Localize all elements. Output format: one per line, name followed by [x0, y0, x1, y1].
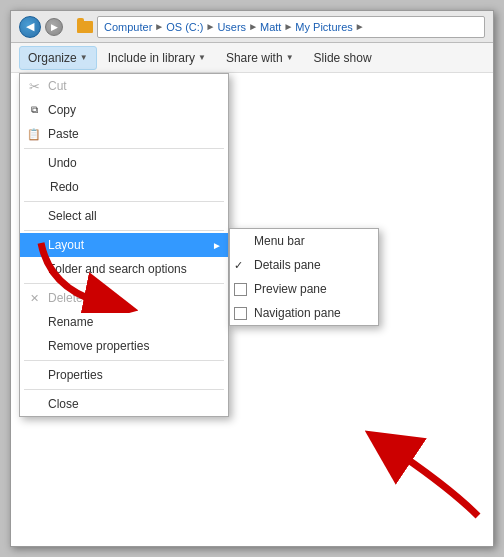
toolbar: Organize ▼ Include in library ▼ Share wi…	[11, 43, 493, 73]
menu-item-undo[interactable]: Undo	[20, 151, 228, 175]
menu-item-close[interactable]: Close	[20, 392, 228, 416]
organize-label: Organize	[28, 51, 77, 65]
copy-label: Copy	[48, 103, 76, 117]
right-red-arrow	[358, 426, 488, 526]
include-library-arrow-icon: ▼	[198, 53, 206, 62]
menu-item-remove-properties[interactable]: Remove properties	[20, 334, 228, 358]
sep-after-folder	[24, 283, 224, 284]
menu-item-folder-search-options[interactable]: Folder and search options	[20, 257, 228, 281]
menu-item-layout[interactable]: Layout ►	[20, 233, 228, 257]
slide-show-label: Slide show	[314, 51, 372, 65]
menu-item-paste[interactable]: 📋 Paste	[20, 122, 228, 146]
menu-item-delete[interactable]: ✕ Delete	[20, 286, 228, 310]
layout-label: Layout	[48, 238, 84, 252]
sep1: ►	[154, 21, 164, 32]
selectall-label: Select all	[48, 209, 97, 223]
menu-item-cut[interactable]: ✂ Cut	[20, 74, 228, 98]
submenu-item-menubar[interactable]: Menu bar	[230, 229, 378, 253]
menu-item-rename[interactable]: Rename	[20, 310, 228, 334]
properties-label: Properties	[48, 368, 103, 382]
sep-after-paste	[24, 148, 224, 149]
sep-after-selectall	[24, 230, 224, 231]
sep-before-properties	[24, 360, 224, 361]
organize-arrow-icon: ▼	[80, 53, 88, 62]
share-with-label: Share with	[226, 51, 283, 65]
sep2: ►	[205, 21, 215, 32]
breadcrumb: Computer ► OS (C:) ► Users ► Matt ► My P…	[97, 16, 485, 38]
preview-checkbox-icon	[234, 283, 247, 296]
menu-item-properties[interactable]: Properties	[20, 363, 228, 387]
breadcrumb-matt[interactable]: Matt	[260, 21, 281, 33]
address-bar: ◀ ▶ Computer ► OS (C:) ► Users ► Matt ► …	[11, 11, 493, 43]
cut-icon: ✂	[26, 78, 42, 94]
close-label: Close	[48, 397, 79, 411]
sep-before-close	[24, 389, 224, 390]
layout-submenu-arrow-icon: ►	[212, 240, 222, 251]
submenu-item-navigation-pane[interactable]: Navigation pane	[230, 301, 378, 325]
menubar-label: Menu bar	[254, 234, 305, 248]
include-library-label: Include in library	[108, 51, 195, 65]
folder-search-label: Folder and search options	[48, 262, 187, 276]
menu-item-selectall[interactable]: Select all	[20, 204, 228, 228]
delete-label: Delete	[48, 291, 83, 305]
details-pane-label: Details pane	[254, 258, 321, 272]
copy-icon: ⧉	[26, 102, 42, 118]
redo-label: Redo	[48, 180, 79, 194]
slide-show-button[interactable]: Slide show	[305, 46, 381, 70]
sep-after-redo	[24, 201, 224, 202]
paste-label: Paste	[48, 127, 79, 141]
preview-pane-label: Preview pane	[254, 282, 327, 296]
navigation-pane-label: Navigation pane	[254, 306, 341, 320]
submenu-item-details-pane[interactable]: ✓ Details pane	[230, 253, 378, 277]
menu-item-copy[interactable]: ⧉ Copy	[20, 98, 228, 122]
undo-label: Undo	[48, 156, 77, 170]
rename-label: Rename	[48, 315, 93, 329]
main-pane: ✂ Cut ⧉ Copy 📋 Paste Undo Redo	[11, 73, 493, 546]
organize-button[interactable]: Organize ▼	[19, 46, 97, 70]
remove-properties-label: Remove properties	[48, 339, 149, 353]
breadcrumb-os[interactable]: OS (C:)	[166, 21, 203, 33]
sep5: ►	[355, 21, 365, 32]
breadcrumb-users[interactable]: Users	[217, 21, 246, 33]
breadcrumb-computer[interactable]: Computer	[104, 21, 152, 33]
share-with-button[interactable]: Share with ▼	[217, 46, 303, 70]
breadcrumb-mypictures[interactable]: My Pictures	[295, 21, 352, 33]
menu-item-redo[interactable]: Redo	[20, 175, 228, 199]
navigation-checkbox-icon	[234, 307, 247, 320]
sep3: ►	[248, 21, 258, 32]
submenu-item-preview-pane[interactable]: Preview pane	[230, 277, 378, 301]
folder-icon	[77, 21, 93, 33]
details-check-icon: ✓	[234, 259, 243, 272]
layout-submenu: Menu bar ✓ Details pane Preview pane Nav…	[229, 228, 379, 326]
sep4: ►	[283, 21, 293, 32]
delete-icon: ✕	[26, 290, 42, 306]
back-button[interactable]: ◀	[19, 16, 41, 38]
share-with-arrow-icon: ▼	[286, 53, 294, 62]
cut-label: Cut	[48, 79, 67, 93]
organize-menu: ✂ Cut ⧉ Copy 📋 Paste Undo Redo	[19, 73, 229, 417]
include-library-button[interactable]: Include in library ▼	[99, 46, 215, 70]
content-area: ✂ Cut ⧉ Copy 📋 Paste Undo Redo	[11, 73, 493, 546]
forward-button[interactable]: ▶	[45, 18, 63, 36]
paste-icon: 📋	[26, 126, 42, 142]
explorer-window: ◀ ▶ Computer ► OS (C:) ► Users ► Matt ► …	[10, 10, 494, 547]
